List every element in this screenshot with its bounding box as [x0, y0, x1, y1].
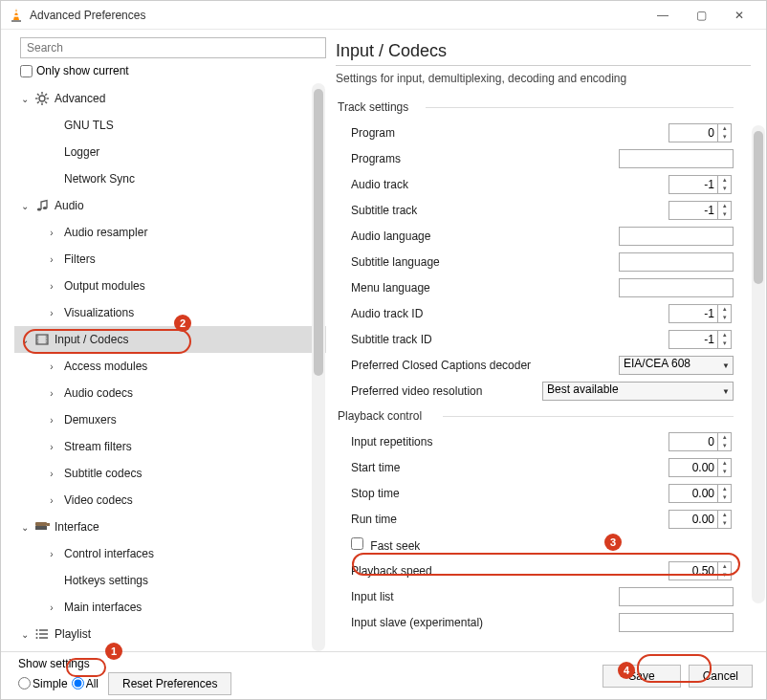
category-tree[interactable]: ⌄AdvancedGNU TLSLoggerNetwork Sync⌄Audio…	[14, 83, 326, 651]
chevron-right-icon[interactable]: ›	[45, 388, 58, 399]
combo-input[interactable]: Best available▼	[542, 382, 734, 401]
search-input[interactable]	[20, 37, 326, 58]
svg-point-32	[36, 637, 38, 639]
svg-point-30	[36, 629, 38, 631]
setting-label: Run time	[351, 513, 668, 526]
spinner-input[interactable]: ▴▾	[668, 510, 734, 529]
settings-scrollbar[interactable]	[752, 125, 765, 603]
maximize-button[interactable]: ▢	[682, 9, 720, 22]
tree-scrollbar[interactable]	[312, 83, 325, 651]
setting-label: Audio language	[351, 230, 619, 243]
chevron-down-icon[interactable]: ⌄	[18, 201, 32, 211]
chevron-right-icon[interactable]: ›	[45, 549, 58, 559]
tree-category[interactable]: ⌄Input / Codecs	[14, 326, 326, 353]
svg-rect-1	[14, 11, 18, 13]
preferences-window: Advanced Preferences — ▢ ✕ Only show cur…	[0, 0, 767, 700]
chevron-right-icon[interactable]: ›	[45, 442, 58, 452]
tree-category[interactable]: ⌄Audio	[14, 192, 326, 219]
tree-item[interactable]: ›Access modules	[14, 353, 326, 380]
tree-label: Visualizations	[64, 306, 134, 319]
svg-rect-25	[35, 526, 47, 530]
spinner-input[interactable]: ▴▾	[668, 330, 734, 349]
spinner-input[interactable]: ▴▾	[668, 561, 734, 580]
svg-line-9	[37, 94, 39, 96]
spinner-input[interactable]: ▴▾	[668, 484, 734, 503]
chevron-right-icon[interactable]: ›	[45, 228, 58, 238]
text-input[interactable]	[619, 252, 734, 272]
only-current-checkbox[interactable]	[20, 65, 33, 77]
text-input[interactable]	[619, 278, 734, 297]
spinner-input[interactable]: ▴▾	[668, 123, 734, 142]
setting-row: Subtitle track ID▴▾	[336, 326, 734, 352]
tree-category[interactable]: ⌄Advanced	[14, 85, 326, 112]
radio-all[interactable]: All	[72, 677, 99, 690]
chevron-right-icon[interactable]: ›	[45, 254, 58, 265]
setting-label: Preferred video resolution	[351, 384, 542, 398]
tree-item[interactable]: ›Filters	[14, 246, 326, 273]
tree-item[interactable]: Logger	[14, 139, 326, 165]
tree-category[interactable]: ⌄Interface	[14, 514, 326, 540]
svg-rect-3	[11, 20, 21, 22]
chevron-right-icon[interactable]: ›	[45, 495, 58, 506]
chevron-down-icon[interactable]: ⌄	[18, 522, 32, 533]
tree-item[interactable]: ›Output modules	[14, 273, 326, 299]
chevron-right-icon[interactable]: ›	[45, 602, 58, 613]
tree-item[interactable]: ›Audio codecs	[14, 380, 326, 406]
combo-input[interactable]: EIA/CEA 608▼	[619, 356, 734, 375]
show-settings-group: Show settings Simple All Reset Preferenc…	[18, 657, 231, 695]
tree-item[interactable]: ›Control interfaces	[14, 540, 326, 567]
tree-item[interactable]: GNU TLS	[14, 112, 326, 139]
setting-row: Preferred video resolutionBest available…	[336, 378, 734, 404]
chevron-down-icon[interactable]: ⌄	[18, 94, 32, 104]
only-show-current[interactable]: Only show current	[20, 64, 326, 77]
setting-row: Input list	[336, 583, 734, 609]
tree-label: Playlist	[55, 627, 91, 641]
spinner-input[interactable]: ▴▾	[668, 201, 734, 220]
reset-button[interactable]: Reset Preferences	[108, 672, 231, 695]
setting-row: Stop time▴▾	[336, 480, 734, 506]
tree-label: Audio resampler	[64, 226, 147, 239]
setting-row: Subtitle track▴▾	[336, 197, 734, 223]
setting-row: Audio language	[336, 223, 734, 249]
chevron-down-icon[interactable]: ⌄	[18, 335, 32, 345]
chevron-down-icon[interactable]: ⌄	[18, 629, 32, 640]
tree-label: Main interfaces	[64, 601, 142, 614]
tree-item[interactable]: ›Subtitle codecs	[14, 460, 326, 487]
tree-category[interactable]: ⌄Playlist	[14, 621, 326, 647]
spinner-input[interactable]: ▴▾	[668, 175, 734, 194]
text-input[interactable]	[619, 587, 734, 606]
tree-item[interactable]: ›Audio resampler	[14, 219, 326, 246]
tree-label: Demuxers	[64, 413, 117, 427]
text-input[interactable]	[619, 227, 734, 246]
tree-label: Video codecs	[64, 493, 133, 507]
chevron-right-icon[interactable]: ›	[45, 281, 58, 292]
checkbox-input[interactable]	[351, 537, 363, 550]
tree-item[interactable]: ›Stream filters	[14, 433, 326, 460]
spinner-input[interactable]: ▴▾	[668, 458, 734, 477]
tree-item[interactable]: Network Sync	[14, 165, 326, 192]
save-button[interactable]: Save	[603, 665, 680, 688]
chevron-right-icon[interactable]: ›	[45, 308, 58, 318]
chevron-right-icon[interactable]: ›	[45, 469, 58, 479]
cancel-button[interactable]: Cancel	[689, 665, 753, 688]
tree-item[interactable]: ›Main interfaces	[14, 594, 326, 621]
text-input[interactable]	[619, 613, 734, 632]
tree-item[interactable]: Hotkeys settings	[14, 567, 326, 594]
spinner-input[interactable]: ▴▾	[668, 432, 734, 451]
setting-row: Program▴▾	[336, 120, 734, 145]
tree-item[interactable]: ›Visualizations	[14, 299, 326, 326]
svg-point-19	[37, 339, 38, 339]
chevron-right-icon[interactable]: ›	[45, 361, 58, 372]
spinner-input[interactable]: ▴▾	[668, 304, 734, 323]
close-button[interactable]: ✕	[720, 9, 758, 22]
radio-simple[interactable]: Simple	[18, 677, 68, 690]
main-panel: Input / Codecs Settings for input, demul…	[326, 30, 766, 651]
text-input[interactable]	[619, 149, 734, 168]
svg-point-31	[36, 633, 38, 635]
tree-item[interactable]: ›Demuxers	[14, 406, 326, 433]
chevron-right-icon[interactable]: ›	[45, 415, 58, 426]
brush-icon	[33, 519, 51, 535]
tree-item[interactable]: ›Video codecs	[14, 487, 326, 514]
svg-rect-2	[14, 15, 19, 17]
minimize-button[interactable]: —	[644, 9, 682, 22]
